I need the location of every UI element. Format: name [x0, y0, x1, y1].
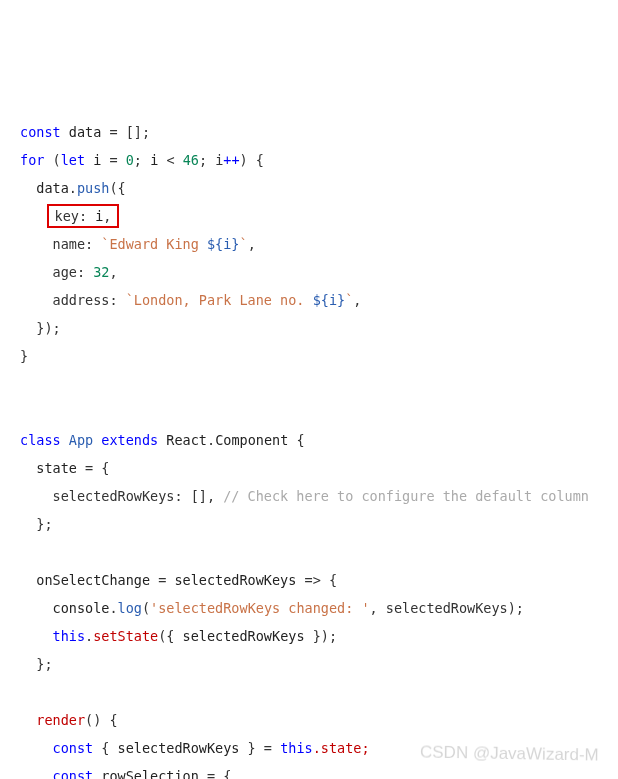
highlight-box-key: key: i,	[47, 204, 120, 228]
comment: // Check here to configure the default c…	[223, 488, 589, 504]
watermark: CSDN @JavaWizard-M	[420, 738, 599, 769]
id-data: data	[69, 124, 102, 140]
kw-extends: extends	[101, 432, 158, 448]
kw-let: let	[61, 152, 85, 168]
kw-for: for	[20, 152, 44, 168]
kw-const: const	[20, 124, 61, 140]
kw-class: class	[20, 432, 61, 448]
code-block: const data = []; for (let i = 0; i < 46;…	[20, 124, 589, 779]
